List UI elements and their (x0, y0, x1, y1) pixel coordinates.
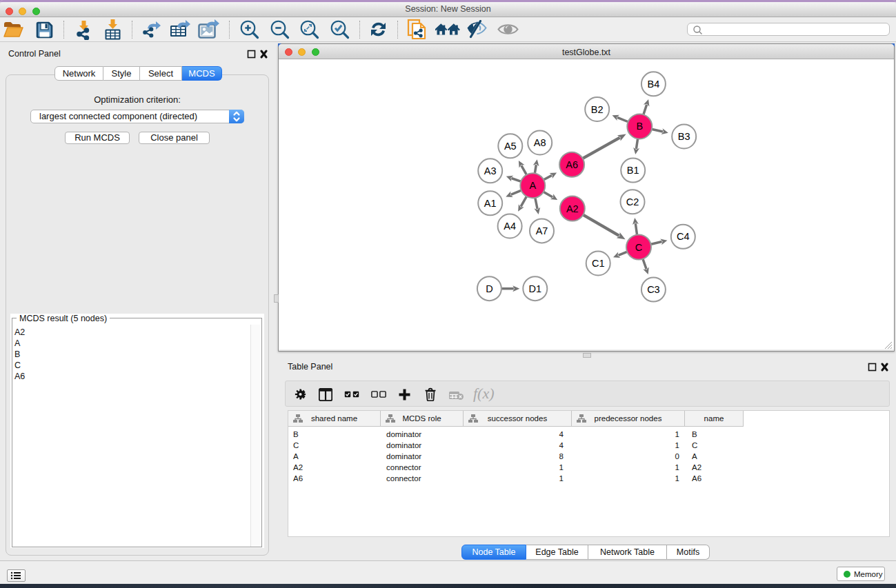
svg-text:A4: A4 (504, 221, 516, 232)
svg-text:A7: A7 (536, 225, 548, 236)
svg-text:B4: B4 (648, 79, 660, 90)
svg-text:A1: A1 (484, 198, 497, 209)
svg-text:A3: A3 (484, 165, 497, 176)
svg-text:C: C (635, 242, 642, 253)
svg-text:A2: A2 (566, 203, 579, 214)
svg-text:A8: A8 (534, 137, 546, 148)
svg-text:B3: B3 (678, 131, 690, 142)
svg-text:D1: D1 (529, 283, 542, 294)
svg-text:B: B (636, 121, 643, 132)
svg-text:A5: A5 (504, 141, 517, 152)
svg-text:A: A (529, 180, 536, 191)
svg-text:C3: C3 (647, 284, 660, 295)
svg-text:B1: B1 (627, 165, 639, 176)
svg-text:C4: C4 (677, 231, 690, 242)
svg-text:C1: C1 (592, 258, 605, 269)
svg-text:C2: C2 (626, 196, 639, 207)
svg-text:A6: A6 (566, 159, 578, 170)
svg-text:B2: B2 (591, 104, 604, 115)
svg-text:D: D (486, 283, 492, 294)
